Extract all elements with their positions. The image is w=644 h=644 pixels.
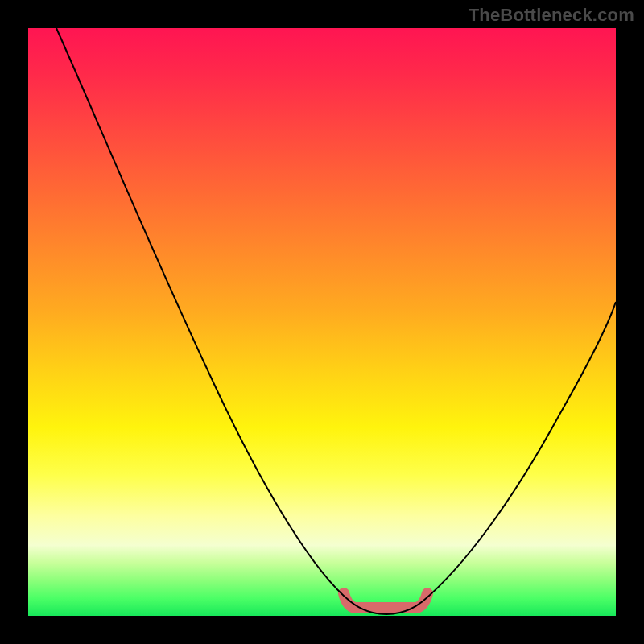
plot-area — [28, 28, 616, 616]
watermark-text: TheBottleneck.com — [469, 5, 634, 26]
chart-frame: TheBottleneck.com — [0, 0, 644, 644]
bottleneck-curve — [28, 28, 616, 616]
